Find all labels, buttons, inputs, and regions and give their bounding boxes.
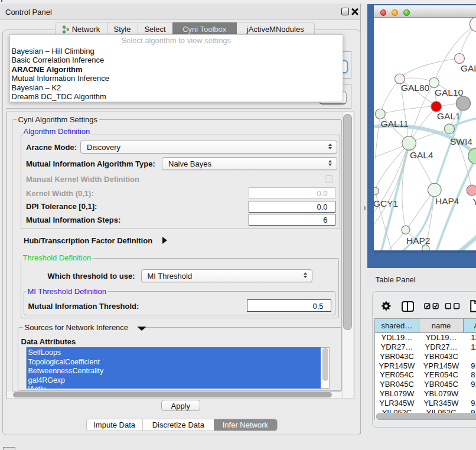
- svg-text:SWI4: SWI4: [450, 136, 472, 146]
- svg-text:Y: Y: [472, 197, 476, 207]
- svg-text:GAL80: GAL80: [401, 83, 429, 93]
- svg-text:GAL4: GAL4: [410, 150, 433, 160]
- svg-text:HAP2: HAP2: [406, 236, 430, 246]
- svg-text:HAP4: HAP4: [435, 196, 459, 206]
- svg-text:GAL11: GAL11: [380, 119, 408, 129]
- svg-text:GAL2: GAL2: [461, 63, 476, 73]
- svg-text:GAL10: GAL10: [435, 87, 463, 97]
- svg-text:GCY1: GCY1: [374, 198, 398, 208]
- svg-text:GAL1: GAL1: [437, 111, 461, 121]
